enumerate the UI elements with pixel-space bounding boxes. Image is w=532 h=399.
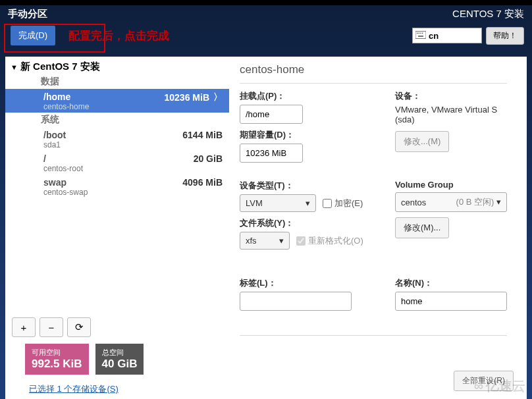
svg-rect-4	[422, 32, 423, 33]
divider	[240, 335, 507, 336]
watermark: ∞亿速云	[474, 377, 525, 395]
svg-rect-0	[415, 31, 426, 38]
svg-rect-5	[418, 36, 423, 36]
name-label: 名称(N)：	[395, 277, 507, 289]
fs-select[interactable]: xfs▾	[240, 232, 290, 250]
reformat-checkbox: 重新格式化(O)	[296, 235, 363, 247]
keyboard-layout-field[interactable]: cn	[412, 28, 482, 43]
devtype-label: 设备类型(T)：	[240, 180, 391, 192]
chevron-down-icon: ▾	[279, 236, 284, 246]
done-button[interactable]: 完成(D)	[11, 26, 55, 45]
vg-label: Volume Group	[395, 180, 507, 190]
help-button[interactable]: 帮助！	[486, 27, 524, 45]
device-value: VMware, VMware Virtual S (sda)	[395, 105, 507, 124]
mount-label: 挂载点(P)：	[240, 90, 391, 102]
partition-row[interactable]: /bootsda1 6144 MiB	[5, 127, 229, 151]
chevron-down-icon: ▼	[11, 63, 18, 71]
storage-devices-link[interactable]: 已选择 1 个存储设备(S)	[29, 384, 119, 394]
keyboard-icon	[415, 31, 426, 41]
partition-row[interactable]: swapcentos-swap 4096 MiB	[5, 174, 229, 198]
total-space-box: 总空间40 GiB	[95, 344, 144, 375]
details-title: centos-home	[240, 63, 507, 76]
vg-select[interactable]: centos(0 B 空闲) ▾	[395, 192, 507, 212]
reload-button[interactable]: ⟳	[67, 317, 91, 337]
fs-label: 文件系统(Y)：	[240, 217, 391, 229]
svg-rect-2	[419, 32, 419, 33]
name-input[interactable]	[395, 292, 507, 311]
modify-vg-button[interactable]: 修改(M)...	[395, 217, 449, 238]
page-title: 手动分区	[8, 8, 47, 20]
available-space-box: 可用空间992.5 KiB	[25, 344, 89, 375]
capacity-input[interactable]	[240, 144, 303, 163]
capacity-label: 期望容量(D)：	[240, 129, 391, 141]
tag-label: 标签(L)：	[240, 277, 391, 289]
installer-title: CENTOS 7 安装	[452, 8, 524, 20]
tag-input[interactable]	[240, 292, 352, 311]
encrypt-checkbox[interactable]: 加密(E)	[323, 198, 363, 209]
add-button[interactable]: +	[12, 317, 36, 337]
tree-header[interactable]: ▼新 CentOS 7 安装	[5, 57, 229, 74]
partition-row[interactable]: /centos-root 20 GiB	[5, 151, 229, 174]
chevron-down-icon: ▾	[306, 198, 310, 208]
divider	[240, 83, 507, 84]
partition-row[interactable]: /homecentos-home 10236 MiB〉	[5, 89, 229, 113]
chevron-down-icon: ▾	[496, 197, 501, 207]
section-system: 系统	[5, 113, 229, 127]
device-label: 设备：	[395, 90, 507, 102]
svg-rect-1	[417, 32, 417, 33]
modify-device-button[interactable]: 修改...(M)	[395, 131, 449, 152]
chevron-right-icon: 〉	[213, 92, 223, 103]
mount-input[interactable]	[240, 105, 303, 124]
keyboard-layout-value: cn	[429, 31, 439, 41]
section-data: 数据	[5, 74, 229, 89]
svg-rect-3	[420, 32, 421, 33]
devtype-select[interactable]: LVM▾	[240, 194, 316, 212]
tip-text: 配置完后，点击完成	[68, 28, 169, 43]
remove-button[interactable]: −	[40, 317, 63, 337]
